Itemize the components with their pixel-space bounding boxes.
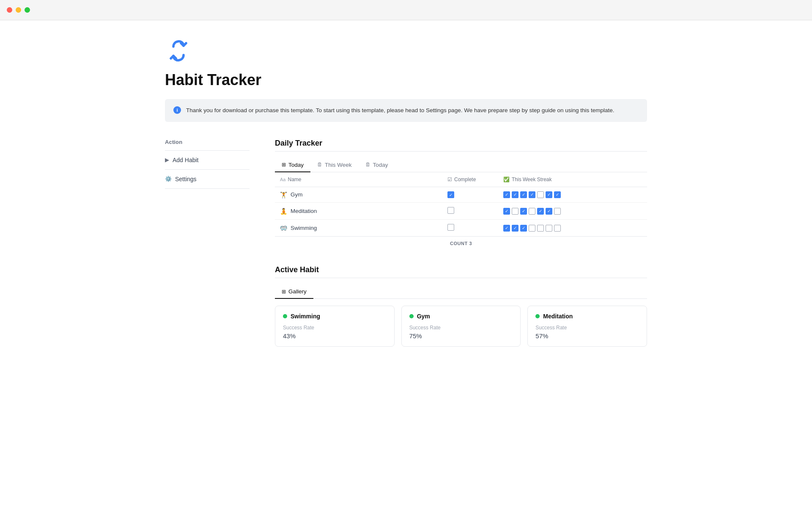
gym-complete-checkbox[interactable]: ✓ xyxy=(447,191,454,198)
gym-card-title: Gym xyxy=(409,313,513,320)
gym-streak-1[interactable]: ✓ xyxy=(503,191,510,198)
app-icon xyxy=(165,37,192,64)
gym-emoji: 🏋 xyxy=(280,191,287,198)
meditation-complete-checkbox[interactable] xyxy=(447,207,454,214)
meditation-streak-1[interactable]: ✓ xyxy=(503,208,510,215)
table-row-meditation: 🧘 Meditation ✓ xyxy=(275,203,647,220)
minimize-button[interactable] xyxy=(16,7,21,13)
swimming-streak-4[interactable] xyxy=(529,225,535,232)
maximize-button[interactable] xyxy=(25,7,30,13)
th-complete-label: Complete xyxy=(454,177,476,182)
tab-gallery[interactable]: ⊞ Gallery xyxy=(275,285,313,299)
swimming-name-label: Swimming xyxy=(291,225,317,231)
gym-success-rate-label: Success Rate xyxy=(409,325,513,331)
gym-streak-5[interactable] xyxy=(537,191,544,198)
gym-status-dot xyxy=(409,314,414,318)
gallery-tab-label: Gallery xyxy=(288,288,307,295)
gym-streak-4[interactable]: ✓ xyxy=(529,191,535,198)
main-container: Habit Tracker i Thank you for download o… xyxy=(131,20,681,372)
sidebar-divider-3 xyxy=(165,188,250,189)
table-row-swimming: 🥽 Swimming ✓ ✓ ✓ xyxy=(275,220,647,237)
tab-today-2-icon: 🗓 xyxy=(365,162,370,168)
tab-today-2-label: Today xyxy=(373,162,388,168)
habit-card-meditation: Meditation Success Rate 57% xyxy=(527,306,647,347)
swimming-streak-3[interactable]: ✓ xyxy=(520,225,527,232)
gym-streak-6[interactable]: ✓ xyxy=(546,191,552,198)
habit-card-gym: Gym Success Rate 75% xyxy=(401,306,521,347)
count-row: COUNT 3 xyxy=(275,237,647,250)
sidebar-item-settings[interactable]: ⚙️ Settings xyxy=(165,173,250,185)
gym-streak-7[interactable]: ✓ xyxy=(554,191,561,198)
gym-streak-group: ✓ ✓ ✓ ✓ ✓ ✓ xyxy=(503,191,642,198)
meditation-name-label: Meditation xyxy=(291,208,317,214)
meditation-complete-cell[interactable] xyxy=(442,203,498,220)
sidebar-item-settings-label: Settings xyxy=(175,176,197,182)
meditation-name-cell: 🧘 Meditation xyxy=(275,203,442,220)
titlebar xyxy=(0,0,812,20)
meditation-card-name: Meditation xyxy=(543,313,573,320)
swimming-streak-6[interactable] xyxy=(546,225,552,232)
sidebar-divider-2 xyxy=(165,169,250,170)
daily-tracker-section: Daily Tracker ⊞ Today 🗓 This Week 🗓 Toda… xyxy=(275,139,647,251)
active-habit-title: Active Habit xyxy=(275,265,647,274)
tab-this-week[interactable]: 🗓 This Week xyxy=(310,158,359,172)
daily-tracker-title: Daily Tracker xyxy=(275,139,647,148)
gym-name-cell: 🏋 Gym xyxy=(275,187,442,203)
meditation-streak-4[interactable] xyxy=(529,208,535,215)
th-name: Aa Name xyxy=(275,172,442,187)
th-streak: ✅ This Week Streak xyxy=(498,172,647,187)
meditation-card-title: Meditation xyxy=(535,313,639,320)
th-name-aa-icon: Aa xyxy=(280,177,285,182)
gym-success-rate-value: 75% xyxy=(409,332,513,340)
meditation-streak-group: ✓ ✓ ✓ ✓ xyxy=(503,208,642,215)
swimming-complete-cell[interactable] xyxy=(442,220,498,237)
th-complete: ☑ Complete xyxy=(442,172,498,187)
meditation-success-rate-value: 57% xyxy=(535,332,639,340)
meditation-streak-3[interactable]: ✓ xyxy=(520,208,527,215)
gym-card-name: Gym xyxy=(417,313,430,320)
swimming-streak-2[interactable]: ✓ xyxy=(512,225,518,232)
swimming-complete-checkbox[interactable] xyxy=(447,224,454,231)
table-row-gym: 🏋 Gym ✓ ✓ ✓ ✓ xyxy=(275,187,647,203)
count-label: COUNT xyxy=(450,241,468,246)
sidebar-item-add-habit-label: Add Habit xyxy=(173,157,198,163)
meditation-success-rate-label: Success Rate xyxy=(535,325,639,331)
gym-streak-2[interactable]: ✓ xyxy=(512,191,518,198)
swimming-streak-group: ✓ ✓ ✓ xyxy=(503,225,642,232)
daily-tracker-divider xyxy=(275,151,647,152)
swimming-streak-1[interactable]: ✓ xyxy=(503,225,510,232)
tracker-table: Aa Name ☑ Complete xyxy=(275,172,647,237)
info-banner: i Thank you for download or purchase thi… xyxy=(165,99,647,122)
settings-gear-icon: ⚙️ xyxy=(165,176,172,182)
main-content: Daily Tracker ⊞ Today 🗓 This Week 🗓 Toda… xyxy=(275,139,647,347)
gym-complete-cell[interactable]: ✓ xyxy=(442,187,498,203)
meditation-streak-5[interactable]: ✓ xyxy=(537,208,544,215)
th-streak-label: This Week Streak xyxy=(512,177,551,182)
banner-text: Thank you for download or purchase this … xyxy=(186,106,614,115)
add-habit-arrow-icon: ▶ xyxy=(165,157,169,163)
swimming-streak-cell: ✓ ✓ ✓ xyxy=(498,220,647,237)
meditation-streak-6[interactable]: ✓ xyxy=(546,208,552,215)
meditation-streak-2[interactable] xyxy=(512,208,518,215)
active-habit-section: Active Habit ⊞ Gallery Swimming xyxy=(275,265,647,347)
gym-streak-3[interactable]: ✓ xyxy=(520,191,527,198)
swimming-streak-5[interactable] xyxy=(537,225,544,232)
info-icon: i xyxy=(173,106,181,114)
meditation-streak-7[interactable] xyxy=(554,208,561,215)
sidebar-item-add-habit[interactable]: ▶ Add Habit xyxy=(165,154,250,166)
swimming-success-rate-label: Success Rate xyxy=(283,325,387,331)
swimming-success-rate-value: 43% xyxy=(283,332,387,340)
close-button[interactable] xyxy=(7,7,12,13)
gallery-tab-icon: ⊞ xyxy=(282,289,286,295)
tab-this-week-icon: 🗓 xyxy=(317,162,322,168)
meditation-streak-cell: ✓ ✓ ✓ ✓ xyxy=(498,203,647,220)
swimming-card-title: Swimming xyxy=(283,313,387,320)
gallery-tabs: ⊞ Gallery xyxy=(275,285,647,299)
swimming-emoji: 🥽 xyxy=(280,225,287,232)
tab-today-2[interactable]: 🗓 Today xyxy=(359,158,395,172)
swimming-status-dot xyxy=(283,314,287,318)
tab-today[interactable]: ⊞ Today xyxy=(275,158,310,172)
swimming-streak-7[interactable] xyxy=(554,225,561,232)
meditation-emoji: 🧘 xyxy=(280,208,287,215)
meditation-status-dot xyxy=(535,314,540,318)
